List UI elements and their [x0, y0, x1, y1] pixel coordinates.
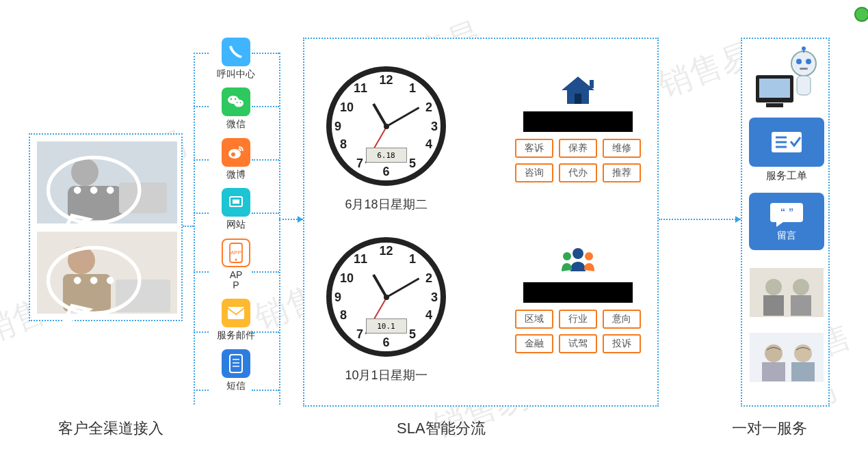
svg-point-64 — [794, 344, 812, 362]
phone-icon — [222, 38, 250, 66]
svg-text:APP: APP — [231, 249, 241, 256]
clock-2: 12 1 2 3 4 5 6 7 8 9 10 11 10.1 — [326, 237, 446, 357]
tag: 试驾 — [559, 334, 597, 353]
category-group-2: 区域 行业 意向 金融 试驾 投诉 — [503, 244, 653, 359]
channel-label: 呼叫中心 — [217, 69, 255, 79]
tag: 金融 — [515, 334, 553, 353]
tag: 推荐 — [603, 163, 641, 182]
sms-icon — [222, 349, 250, 378]
svg-point-20 — [237, 102, 238, 103]
connector-line — [252, 213, 279, 214]
connector-line — [252, 390, 279, 391]
mail-icon — [222, 299, 250, 327]
svg-rect-63 — [762, 362, 785, 381]
clock-minute-hand — [386, 277, 419, 298]
clock-2-caption: 10月1日星期一 — [326, 367, 446, 383]
connector-line — [279, 53, 280, 405]
sla-routing-box: 12 1 2 3 4 5 6 7 8 9 10 11 6.18 6月18日星期二… — [303, 38, 659, 407]
svg-rect-41 — [766, 103, 783, 107]
speech-bubble-icon — [25, 154, 165, 236]
svg-rect-30 — [230, 355, 242, 372]
clock-minute-hand — [386, 107, 419, 127]
svg-point-37 — [563, 252, 571, 260]
corner-badge-icon — [854, 7, 868, 22]
tag: 保养 — [559, 139, 597, 158]
svg-rect-25 — [233, 200, 239, 204]
connector-line — [252, 106, 279, 107]
redacted-bar — [523, 111, 633, 132]
clock-1: 12 1 2 3 4 5 6 7 8 9 10 11 6.18 — [326, 66, 446, 186]
channel-wechat: 微信 — [209, 87, 263, 129]
tag: 投诉 — [603, 334, 641, 353]
svg-point-36 — [573, 248, 583, 259]
svg-rect-53 — [770, 203, 803, 222]
tag: 行业 — [559, 310, 597, 329]
channel-label: 短信 — [226, 381, 246, 391]
connector-line — [194, 390, 209, 391]
clock-1-caption: 6月18日星期二 — [326, 196, 446, 213]
svg-rect-34 — [575, 94, 581, 104]
tag: 区域 — [515, 310, 553, 329]
svg-rect-29 — [228, 307, 244, 319]
house-icon — [558, 73, 598, 107]
svg-point-23 — [231, 152, 235, 157]
svg-rect-60 — [791, 295, 811, 316]
one-to-one-service-box: 服务工单 “”留言 — [741, 38, 830, 407]
svg-point-47 — [802, 46, 806, 51]
people-icon — [558, 244, 598, 278]
connector-line — [252, 159, 279, 161]
channel-email: 服务邮件 — [209, 299, 263, 340]
svg-rect-58 — [763, 295, 784, 316]
connector-line — [194, 106, 209, 107]
category-group-1: 客诉 保养 维修 咨询 代办 推荐 — [503, 73, 653, 188]
app-icon: APP — [222, 239, 250, 267]
svg-point-14 — [90, 277, 98, 284]
svg-rect-40 — [759, 79, 790, 98]
section-title-left: 客户全渠道接入 — [58, 418, 163, 439]
speech-bubble-icon — [25, 244, 165, 326]
agent-photo-1 — [749, 268, 824, 317]
channel-column: 呼叫中心 微信 微博 网站 APP AP P 服务邮件 短信 — [209, 38, 263, 399]
channel-label: 微信 — [226, 119, 246, 129]
channel-app: APP AP P — [209, 239, 263, 291]
svg-rect-56 — [750, 268, 824, 317]
agent-photo-2 — [749, 333, 824, 382]
form-check-icon — [770, 131, 803, 154]
message-quote-icon: “” — [768, 201, 805, 228]
connector-line — [194, 159, 209, 161]
svg-point-57 — [765, 279, 782, 295]
section-title-right: 一对一服务 — [732, 418, 807, 439]
svg-point-18 — [231, 98, 232, 100]
svg-point-43 — [796, 59, 802, 64]
tag: 代办 — [559, 163, 597, 182]
svg-point-21 — [240, 102, 241, 103]
tag: 意向 — [603, 310, 641, 329]
connector-line — [194, 53, 209, 54]
channel-sms: 短信 — [209, 349, 263, 391]
svg-point-28 — [235, 258, 237, 260]
svg-point-17 — [234, 100, 244, 107]
svg-point-44 — [806, 59, 811, 64]
arrowhead-icon — [735, 216, 741, 223]
svg-point-38 — [585, 252, 593, 260]
customer-access-box — [29, 133, 183, 321]
channel-label: 微博 — [226, 169, 246, 180]
section-title-mid: SLA智能分流 — [397, 418, 486, 439]
svg-point-59 — [793, 279, 809, 295]
channel-label: 服务邮件 — [217, 330, 255, 340]
svg-rect-65 — [791, 362, 815, 381]
tag: 咨询 — [515, 163, 553, 182]
connector-line — [252, 53, 279, 54]
svg-point-13 — [74, 277, 81, 284]
svg-point-7 — [107, 187, 114, 194]
service-ticket-card: 服务工单 — [749, 118, 824, 182]
customer-photo-2 — [37, 232, 177, 314]
connector-line — [659, 219, 741, 220]
connector-line — [194, 331, 209, 333]
clock-lcd: 10.1 — [366, 318, 407, 334]
weibo-icon — [222, 138, 250, 167]
tag: 客诉 — [515, 139, 553, 158]
robot-agent-photo — [749, 44, 824, 109]
message-card: “”留言 — [749, 193, 824, 250]
website-icon — [222, 188, 250, 217]
